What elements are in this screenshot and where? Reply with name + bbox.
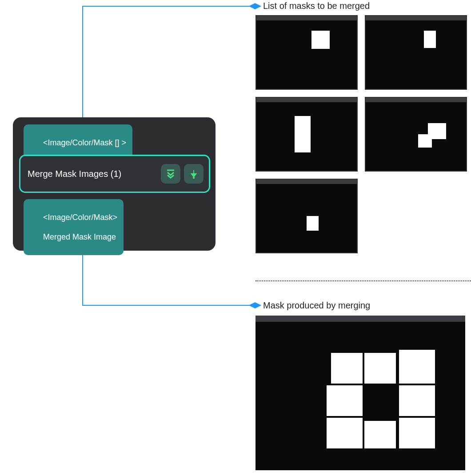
- expand-all-icon[interactable]: [161, 164, 180, 184]
- download-arrow-icon[interactable]: [184, 164, 204, 184]
- output-port-label: Merged Mask Image: [43, 232, 116, 241]
- mask-thumb: [255, 97, 358, 172]
- node-body[interactable]: Merge Mask Images (1): [19, 155, 210, 193]
- input-port-type: <Image/Color/Mask [] >: [43, 138, 126, 147]
- output-port-type: <Image/Color/Mask>: [43, 213, 117, 222]
- svg-point-5: [193, 177, 195, 179]
- svg-marker-1: [250, 303, 260, 308]
- svg-marker-4: [192, 174, 196, 177]
- output-port[interactable]: <Image/Color/Mask> Merged Mask Image: [24, 199, 124, 255]
- callout-masks-list: List of masks to be merged: [263, 1, 370, 11]
- mask-thumb: [365, 15, 467, 90]
- merge-mask-node[interactable]: <Image/Color/Mask [] > Mask Images Merge…: [13, 117, 216, 251]
- separator-line: [255, 280, 471, 281]
- merged-mask-preview: [255, 316, 465, 470]
- mask-thumb: [255, 15, 358, 90]
- callout-merged-mask: Mask produced by merging: [263, 300, 370, 311]
- mask-thumb: [365, 97, 467, 172]
- svg-marker-0: [250, 4, 260, 9]
- node-title: Merge Mask Images (1): [28, 169, 121, 179]
- mask-thumb: [255, 179, 358, 253]
